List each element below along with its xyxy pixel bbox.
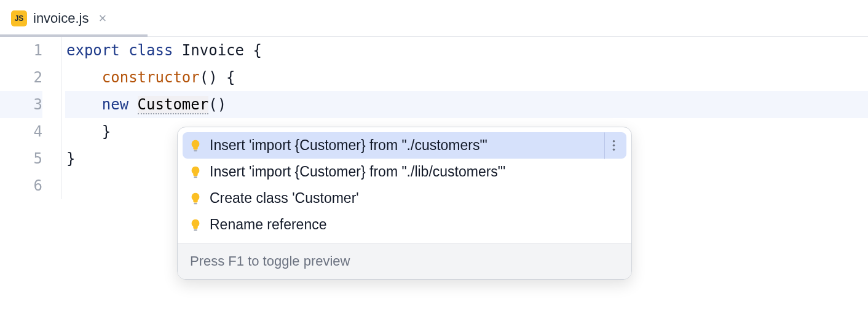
code-line-active[interactable]: new Customer() — [65, 91, 868, 118]
intention-label: Insert 'import {Customer} from "./lib/cu… — [210, 164, 505, 180]
popup-items-list: Insert 'import {Customer} from "./custom… — [178, 127, 631, 243]
code-text: () — [208, 96, 226, 113]
code-text: } — [66, 123, 111, 140]
code-text: () { — [200, 69, 235, 86]
lightbulb-icon — [189, 165, 202, 179]
line-number: 4 — [0, 118, 42, 145]
class-name: Invoice — [182, 42, 244, 59]
line-number: 1 — [0, 37, 42, 64]
popup-footer-hint: Press F1 to toggle preview — [178, 243, 631, 279]
intention-action-item[interactable]: Insert 'import {Customer} from "./lib/cu… — [183, 159, 626, 185]
code-line[interactable]: export class Invoice { — [65, 37, 868, 64]
intention-action-item[interactable]: Create class 'Customer' — [183, 185, 626, 211]
keyword: class — [128, 42, 173, 59]
svg-point-3 — [613, 148, 615, 151]
js-file-icon: JS — [11, 10, 27, 26]
editor-tab[interactable]: JS invoice.js × — [0, 0, 117, 36]
tab-bar: JS invoice.js × — [0, 0, 868, 37]
line-number: 6 — [0, 172, 42, 199]
code-text: { — [244, 42, 262, 59]
tab-title: invoice.js — [33, 10, 89, 26]
keyword: export — [66, 42, 120, 59]
intention-action-item[interactable]: Insert 'import {Customer} from "./custom… — [183, 132, 626, 159]
lightbulb-icon — [189, 192, 202, 205]
code-text: } — [66, 150, 75, 167]
svg-rect-5 — [194, 203, 197, 204]
svg-rect-4 — [194, 176, 197, 178]
line-number-gutter: 1 2 3 4 5 6 — [0, 37, 61, 199]
lightbulb-icon — [189, 218, 202, 232]
svg-point-1 — [613, 140, 615, 143]
code-indent — [66, 69, 102, 86]
line-number: 2 — [0, 64, 42, 91]
code-indent — [66, 96, 102, 113]
line-number: 3 — [0, 91, 42, 118]
keyword: new — [102, 96, 128, 113]
svg-point-2 — [613, 144, 615, 147]
intention-action-item[interactable]: Rename reference — [183, 211, 626, 238]
line-number: 5 — [0, 145, 42, 172]
intention-label: Insert 'import {Customer} from "./custom… — [210, 137, 487, 154]
unresolved-reference[interactable]: Customer — [138, 96, 209, 114]
intention-actions-popup: Insert 'import {Customer} from "./custom… — [177, 127, 632, 280]
function-name: constructor — [102, 69, 200, 86]
intention-label: Rename reference — [210, 216, 327, 233]
lightbulb-icon — [189, 139, 202, 152]
code-line[interactable]: constructor() { — [65, 64, 868, 91]
intention-label: Create class 'Customer' — [210, 190, 359, 207]
more-options-icon[interactable] — [604, 132, 623, 159]
svg-rect-0 — [194, 150, 197, 151]
close-icon[interactable]: × — [98, 12, 106, 25]
svg-rect-6 — [194, 229, 197, 231]
